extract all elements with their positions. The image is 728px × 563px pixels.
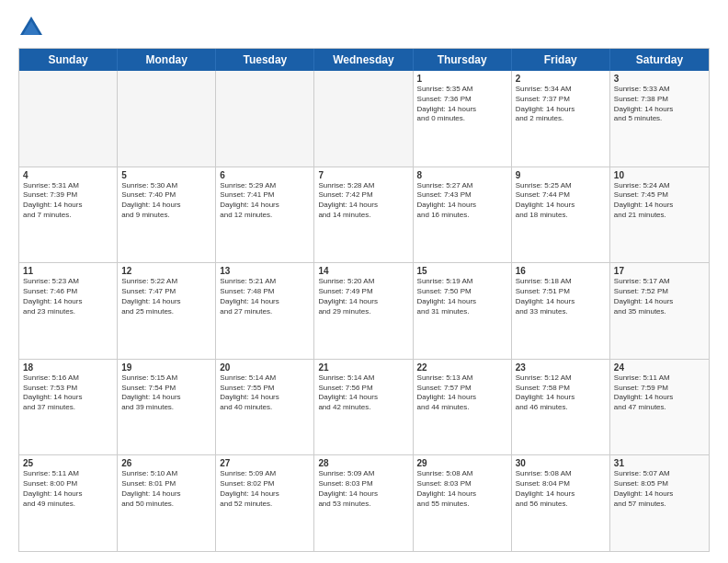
cal-cell-day-4: 4Sunrise: 5:31 AM Sunset: 7:39 PM Daylig…: [19, 167, 118, 263]
cal-cell-day-1: 1Sunrise: 5:35 AM Sunset: 7:36 PM Daylig…: [414, 71, 512, 167]
cal-header-saturday: Saturday: [610, 49, 709, 71]
cal-cell-day-18: 18Sunrise: 5:16 AM Sunset: 7:53 PM Dayli…: [19, 360, 118, 455]
calendar: SundayMondayTuesdayWednesdayThursdayFrid…: [18, 48, 710, 552]
cal-cell-day-3: 3Sunrise: 5:33 AM Sunset: 7:38 PM Daylig…: [610, 71, 709, 167]
cal-cell-day-10: 10Sunrise: 5:24 AM Sunset: 7:45 PM Dayli…: [610, 167, 709, 263]
cell-info: Sunrise: 5:13 AM Sunset: 7:57 PM Dayligh…: [417, 373, 507, 413]
cell-info: Sunrise: 5:08 AM Sunset: 8:04 PM Dayligh…: [516, 469, 606, 509]
cell-info: Sunrise: 5:34 AM Sunset: 7:37 PM Dayligh…: [516, 85, 606, 124]
cal-cell-empty: [314, 71, 413, 167]
cell-info: Sunrise: 5:23 AM Sunset: 7:46 PM Dayligh…: [23, 277, 113, 316]
calendar-week-2: 4Sunrise: 5:31 AM Sunset: 7:39 PM Daylig…: [19, 167, 709, 264]
calendar-week-1: 1Sunrise: 5:35 AM Sunset: 7:36 PM Daylig…: [19, 71, 709, 167]
page: SundayMondayTuesdayWednesdayThursdayFrid…: [0, 0, 728, 563]
day-number: 15: [417, 266, 507, 276]
cal-cell-day-11: 11Sunrise: 5:23 AM Sunset: 7:46 PM Dayli…: [19, 263, 118, 359]
cell-info: Sunrise: 5:15 AM Sunset: 7:54 PM Dayligh…: [121, 373, 211, 413]
day-number: 5: [121, 170, 211, 180]
day-number: 13: [220, 266, 310, 276]
day-number: 23: [516, 362, 606, 373]
cell-info: Sunrise: 5:08 AM Sunset: 8:03 PM Dayligh…: [417, 469, 507, 509]
cal-cell-day-7: 7Sunrise: 5:28 AM Sunset: 7:42 PM Daylig…: [314, 167, 413, 263]
cell-info: Sunrise: 5:30 AM Sunset: 7:40 PM Dayligh…: [121, 181, 211, 221]
day-number: 7: [318, 170, 408, 180]
cal-cell-day-12: 12Sunrise: 5:22 AM Sunset: 7:47 PM Dayli…: [118, 263, 216, 359]
day-number: 1: [417, 74, 507, 84]
cal-cell-day-29: 29Sunrise: 5:08 AM Sunset: 8:03 PM Dayli…: [414, 455, 512, 551]
cal-cell-day-17: 17Sunrise: 5:17 AM Sunset: 7:52 PM Dayli…: [610, 263, 709, 359]
day-number: 2: [516, 74, 606, 84]
cell-info: Sunrise: 5:28 AM Sunset: 7:42 PM Dayligh…: [318, 181, 408, 221]
cell-info: Sunrise: 5:35 AM Sunset: 7:36 PM Dayligh…: [417, 85, 507, 124]
cell-info: Sunrise: 5:21 AM Sunset: 7:48 PM Dayligh…: [220, 277, 310, 316]
cell-info: Sunrise: 5:27 AM Sunset: 7:43 PM Dayligh…: [417, 181, 507, 221]
day-number: 8: [417, 170, 507, 180]
cal-cell-day-25: 25Sunrise: 5:11 AM Sunset: 8:00 PM Dayli…: [19, 455, 118, 551]
cal-cell-day-28: 28Sunrise: 5:09 AM Sunset: 8:03 PM Dayli…: [314, 455, 413, 551]
day-number: 29: [417, 458, 507, 468]
cell-info: Sunrise: 5:25 AM Sunset: 7:44 PM Dayligh…: [516, 181, 606, 221]
day-number: 6: [220, 170, 310, 180]
cell-info: Sunrise: 5:14 AM Sunset: 7:56 PM Dayligh…: [318, 373, 408, 413]
cal-cell-day-26: 26Sunrise: 5:10 AM Sunset: 8:01 PM Dayli…: [118, 455, 216, 551]
cell-info: Sunrise: 5:09 AM Sunset: 8:02 PM Dayligh…: [220, 469, 310, 509]
cell-info: Sunrise: 5:07 AM Sunset: 8:05 PM Dayligh…: [614, 469, 705, 509]
day-number: 27: [220, 458, 310, 468]
cal-cell-day-30: 30Sunrise: 5:08 AM Sunset: 8:04 PM Dayli…: [512, 455, 610, 551]
cal-cell-day-2: 2Sunrise: 5:34 AM Sunset: 7:37 PM Daylig…: [512, 71, 610, 167]
calendar-week-4: 18Sunrise: 5:16 AM Sunset: 7:53 PM Dayli…: [19, 360, 709, 456]
cal-cell-empty: [19, 71, 118, 167]
calendar-header-row: SundayMondayTuesdayWednesdayThursdayFrid…: [19, 49, 709, 71]
day-number: 25: [23, 458, 113, 468]
calendar-week-3: 11Sunrise: 5:23 AM Sunset: 7:46 PM Dayli…: [19, 263, 709, 360]
cal-cell-day-5: 5Sunrise: 5:30 AM Sunset: 7:40 PM Daylig…: [118, 167, 216, 263]
day-number: 20: [220, 362, 310, 373]
day-number: 12: [121, 266, 211, 276]
cal-cell-day-19: 19Sunrise: 5:15 AM Sunset: 7:54 PM Dayli…: [118, 360, 216, 455]
day-number: 10: [614, 170, 705, 180]
cal-cell-day-22: 22Sunrise: 5:13 AM Sunset: 7:57 PM Dayli…: [414, 360, 512, 455]
cell-info: Sunrise: 5:19 AM Sunset: 7:50 PM Dayligh…: [417, 277, 507, 316]
cal-header-wednesday: Wednesday: [314, 49, 413, 71]
logo-icon: [18, 15, 44, 40]
cal-cell-day-27: 27Sunrise: 5:09 AM Sunset: 8:02 PM Dayli…: [216, 455, 314, 551]
day-number: 11: [23, 266, 113, 276]
day-number: 26: [121, 458, 211, 468]
cal-cell-empty: [216, 71, 314, 167]
day-number: 18: [23, 362, 113, 373]
cal-cell-day-8: 8Sunrise: 5:27 AM Sunset: 7:43 PM Daylig…: [414, 167, 512, 263]
day-number: 24: [614, 362, 705, 373]
cell-info: Sunrise: 5:11 AM Sunset: 7:59 PM Dayligh…: [614, 373, 705, 413]
cell-info: Sunrise: 5:29 AM Sunset: 7:41 PM Dayligh…: [220, 181, 310, 221]
cal-header-tuesday: Tuesday: [216, 49, 314, 71]
cal-cell-day-9: 9Sunrise: 5:25 AM Sunset: 7:44 PM Daylig…: [512, 167, 610, 263]
header: [18, 15, 710, 40]
day-number: 17: [614, 266, 705, 276]
day-number: 4: [23, 170, 113, 180]
cal-cell-day-6: 6Sunrise: 5:29 AM Sunset: 7:41 PM Daylig…: [216, 167, 314, 263]
cal-cell-day-31: 31Sunrise: 5:07 AM Sunset: 8:05 PM Dayli…: [610, 455, 709, 551]
cal-cell-day-16: 16Sunrise: 5:18 AM Sunset: 7:51 PM Dayli…: [512, 263, 610, 359]
cal-cell-day-20: 20Sunrise: 5:14 AM Sunset: 7:55 PM Dayli…: [216, 360, 314, 455]
cell-info: Sunrise: 5:20 AM Sunset: 7:49 PM Dayligh…: [318, 277, 408, 316]
cal-header-thursday: Thursday: [414, 49, 512, 71]
cal-cell-day-21: 21Sunrise: 5:14 AM Sunset: 7:56 PM Dayli…: [314, 360, 413, 455]
cal-cell-empty: [118, 71, 216, 167]
day-number: 30: [516, 458, 606, 468]
cell-info: Sunrise: 5:22 AM Sunset: 7:47 PM Dayligh…: [121, 277, 211, 316]
logo: [18, 15, 48, 40]
cell-info: Sunrise: 5:09 AM Sunset: 8:03 PM Dayligh…: [318, 469, 408, 509]
calendar-body: 1Sunrise: 5:35 AM Sunset: 7:36 PM Daylig…: [19, 71, 709, 551]
cell-info: Sunrise: 5:10 AM Sunset: 8:01 PM Dayligh…: [121, 469, 211, 509]
cell-info: Sunrise: 5:33 AM Sunset: 7:38 PM Dayligh…: [614, 85, 705, 124]
cell-info: Sunrise: 5:11 AM Sunset: 8:00 PM Dayligh…: [23, 469, 113, 509]
cal-cell-day-23: 23Sunrise: 5:12 AM Sunset: 7:58 PM Dayli…: [512, 360, 610, 455]
cell-info: Sunrise: 5:24 AM Sunset: 7:45 PM Dayligh…: [614, 181, 705, 221]
cal-cell-day-24: 24Sunrise: 5:11 AM Sunset: 7:59 PM Dayli…: [610, 360, 709, 455]
day-number: 9: [516, 170, 606, 180]
cal-header-monday: Monday: [118, 49, 216, 71]
cell-info: Sunrise: 5:12 AM Sunset: 7:58 PM Dayligh…: [516, 373, 606, 413]
cal-cell-day-13: 13Sunrise: 5:21 AM Sunset: 7:48 PM Dayli…: [216, 263, 314, 359]
day-number: 28: [318, 458, 408, 468]
day-number: 21: [318, 362, 408, 373]
